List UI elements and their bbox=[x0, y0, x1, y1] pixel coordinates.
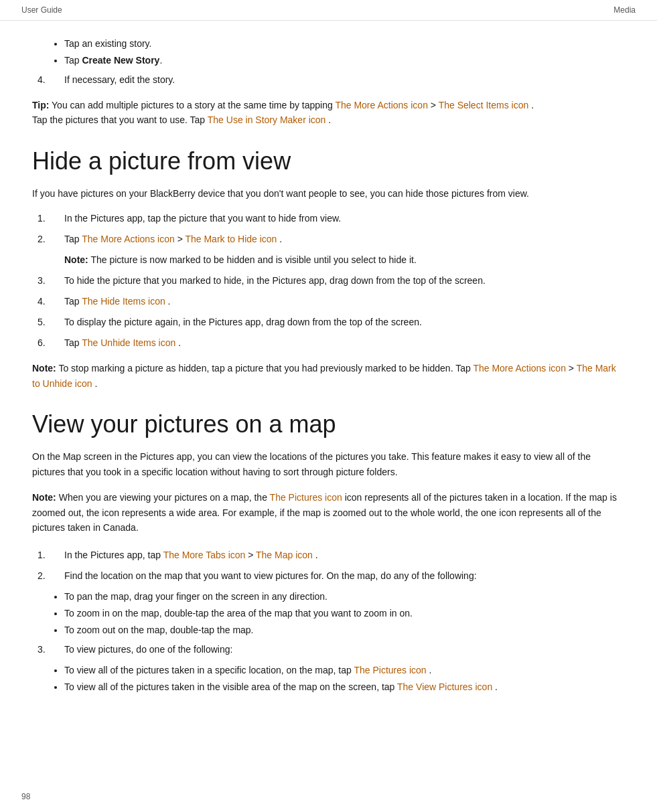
tip-sep1: > bbox=[431, 100, 439, 110]
map-step-1-num: 1. bbox=[32, 548, 64, 562]
hide-step-2-note: Note: The picture is now marked to be hi… bbox=[64, 253, 625, 267]
list-item: To zoom in on the map, double-tap the ar… bbox=[64, 606, 625, 621]
tip-text4: . bbox=[328, 114, 331, 125]
hide-step-2-num: 2. bbox=[32, 232, 64, 246]
tip-icon2: The Select Items icon bbox=[439, 100, 532, 110]
list-item: Tap an existing story. bbox=[64, 37, 625, 51]
hide-section-intro: If you have pictures on your BlackBerry … bbox=[32, 186, 625, 201]
hide-step-3: 3. To hide the picture that you marked t… bbox=[32, 274, 625, 288]
page-content: Tap an existing story. Tap Create New St… bbox=[0, 21, 657, 726]
tip-text1: You can add multiple pictures to a story… bbox=[52, 100, 335, 110]
outer-note-text2: . bbox=[94, 378, 97, 389]
list-item: Tap Create New Story. bbox=[64, 54, 625, 68]
map-section-intro: On the Map screen in the Pictures app, y… bbox=[32, 449, 625, 479]
map-bullet-3: To zoom out on the map, double-tap the m… bbox=[64, 625, 254, 635]
list-item: To view all of the pictures taken in a s… bbox=[64, 663, 625, 677]
hide-step-6-num: 6. bbox=[32, 336, 64, 350]
map-step-3: 3. To view pictures, do one of the follo… bbox=[32, 643, 625, 657]
list-item: To pan the map, drag your finger on the … bbox=[64, 590, 625, 604]
hide-step-1: 1. In the Pictures app, tap the picture … bbox=[32, 212, 625, 226]
outer-note-text1: To stop marking a picture as hidden, tap… bbox=[58, 363, 473, 374]
tip-block: Tip: You can add multiple pictures to a … bbox=[32, 98, 625, 128]
hide-step-5-text: To display the picture again, in the Pic… bbox=[64, 315, 625, 329]
map-section-title: View your pictures on a map bbox=[32, 410, 625, 438]
bullet-text-2: Tap Create New Story. bbox=[64, 55, 162, 66]
bold-create-new-story: Create New Story bbox=[82, 55, 159, 66]
step-4-text: If necessary, edit the story. bbox=[64, 73, 625, 87]
hide-outer-note: Note: To stop marking a picture as hidde… bbox=[32, 361, 625, 391]
tip-icon3: The Use in Story Maker icon bbox=[208, 114, 329, 125]
top-bullet-list: Tap an existing story. Tap Create New St… bbox=[64, 37, 625, 68]
map-step3-bullet-2-icon: The View Pictures icon bbox=[397, 681, 495, 692]
map-step-1-icon2: The Map icon bbox=[256, 550, 315, 560]
hide-step-4-num: 4. bbox=[32, 295, 64, 309]
hide-step-1-num: 1. bbox=[32, 212, 64, 226]
map-step-2-bullets: To pan the map, drag your finger on the … bbox=[64, 590, 625, 637]
map-step-2-text: Find the location on the map that you wa… bbox=[64, 569, 625, 583]
outer-note-icon1: The More Actions icon bbox=[473, 363, 568, 374]
map-note-text1: When you are viewing your pictures on a … bbox=[59, 492, 270, 503]
tip-icon1: The More Actions icon bbox=[335, 100, 430, 110]
map-step3-bullet-1-icon: The Pictures icon bbox=[354, 665, 429, 675]
header-right: Media bbox=[613, 5, 636, 15]
map-bullet-1: To pan the map, drag your finger on the … bbox=[64, 591, 327, 602]
header-left: User Guide bbox=[21, 5, 62, 15]
map-step3-bullet-1-text: To view all of the pictures taken in a s… bbox=[64, 665, 354, 675]
hide-step-2-icon1: The More Actions icon bbox=[82, 234, 177, 244]
page-header: User Guide Media bbox=[0, 0, 657, 21]
bullet-text-1: Tap an existing story. bbox=[64, 38, 151, 49]
hide-step-4-icon: The Hide Items icon bbox=[82, 296, 167, 307]
hide-step-1-text: In the Pictures app, tap the picture tha… bbox=[64, 212, 625, 226]
tip-label: Tip: bbox=[32, 100, 49, 110]
hide-step-2: 2. Tap The More Actions icon > The Mark … bbox=[32, 232, 625, 246]
map-bullet-2: To zoom in on the map, double-tap the ar… bbox=[64, 608, 413, 619]
hide-step-3-num: 3. bbox=[32, 274, 64, 288]
map-step-1: 1. In the Pictures app, tap The More Tab… bbox=[32, 548, 625, 562]
map-step-3-num: 3. bbox=[32, 643, 64, 657]
note-text: The picture is now marked to be hidden a… bbox=[90, 254, 416, 265]
hide-step-6-text: Tap The Unhide Items icon . bbox=[64, 336, 625, 350]
list-item: To view all of the pictures taken in the… bbox=[64, 680, 625, 694]
hide-step-4: 4. Tap The Hide Items icon . bbox=[32, 295, 625, 309]
map-step-3-text: To view pictures, do one of the followin… bbox=[64, 643, 625, 657]
outer-note-label: Note: bbox=[32, 363, 56, 374]
hide-section-title: Hide a picture from view bbox=[32, 147, 625, 175]
hide-step-6-icon: The Unhide Items icon bbox=[82, 337, 178, 348]
hide-step-5-num: 5. bbox=[32, 315, 64, 329]
map-step3-bullet-2-text: To view all of the pictures taken in the… bbox=[64, 681, 397, 692]
map-note: Note: When you are viewing your pictures… bbox=[32, 490, 625, 535]
page-number: 98 bbox=[21, 792, 30, 801]
hide-step-2-text: Tap The More Actions icon > The Mark to … bbox=[64, 232, 625, 246]
hide-step-6: 6. Tap The Unhide Items icon . bbox=[32, 336, 625, 350]
hide-step-4-text: Tap The Hide Items icon . bbox=[64, 295, 625, 309]
note-label: Note: bbox=[64, 254, 88, 265]
step-4-item: 4. If necessary, edit the story. bbox=[32, 73, 625, 87]
hide-step-5: 5. To display the picture again, in the … bbox=[32, 315, 625, 329]
map-step-1-icon1: The More Tabs icon bbox=[163, 550, 248, 560]
list-item: To zoom out on the map, double-tap the m… bbox=[64, 623, 625, 637]
outer-note-sep: > bbox=[569, 363, 577, 374]
map-step-2-num: 2. bbox=[32, 569, 64, 583]
map-step-3-bullets: To view all of the pictures taken in a s… bbox=[64, 663, 625, 694]
map-step3-bullet-1-end: . bbox=[429, 665, 432, 675]
map-step-2: 2. Find the location on the map that you… bbox=[32, 569, 625, 583]
map-note-icon1: The Pictures icon bbox=[270, 492, 342, 503]
map-note-label: Note: bbox=[32, 492, 56, 503]
page-footer: 98 bbox=[21, 792, 30, 801]
hide-step-2-icon2: The Mark to Hide icon bbox=[185, 234, 279, 244]
map-step3-bullet-2-end: . bbox=[495, 681, 498, 692]
tip-text3: Tap the pictures that you want to use. T… bbox=[32, 114, 208, 125]
tip-text2: . bbox=[531, 100, 534, 110]
hide-step-3-text: To hide the picture that you marked to h… bbox=[64, 274, 625, 288]
step-4-num: 4. bbox=[32, 73, 64, 87]
map-step-1-text: In the Pictures app, tap The More Tabs i… bbox=[64, 548, 625, 562]
